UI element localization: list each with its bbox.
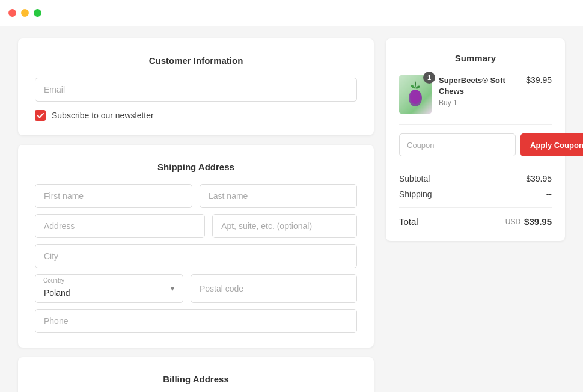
total-row: Total USD $39.95	[399, 216, 552, 227]
svg-point-1	[410, 90, 421, 104]
summary-title: Summary	[399, 53, 552, 63]
country-label: Country	[43, 277, 64, 284]
close-button[interactable]	[8, 9, 16, 17]
country-postal-row: Country Poland United States United King…	[35, 274, 357, 303]
subtotal-row: Subtotal $39.95	[399, 174, 552, 183]
divider-3	[399, 207, 552, 208]
newsletter-checkbox[interactable]	[35, 110, 46, 121]
coupon-row: Apply Coupon ›	[399, 133, 552, 156]
billing-address-title: Billing Address	[35, 374, 357, 384]
divider-1	[399, 124, 552, 125]
total-value: $39.95	[524, 216, 552, 227]
product-price: $39.95	[526, 75, 552, 85]
apply-coupon-button[interactable]: Apply Coupon ›	[520, 133, 583, 156]
newsletter-label: Subscribe to our newsletter	[52, 111, 154, 120]
country-wrapper: Country Poland United States United King…	[35, 274, 183, 303]
minimize-button[interactable]	[21, 9, 29, 17]
apt-field[interactable]	[212, 214, 357, 238]
city-field[interactable]	[35, 244, 357, 268]
product-info: SuperBeets® Soft Chews Buy 1	[439, 75, 519, 107]
divider-2	[399, 165, 552, 165]
shipping-value: --	[546, 189, 552, 199]
address-row	[35, 214, 357, 238]
summary-card: Summary 1	[386, 38, 565, 241]
name-row	[35, 184, 357, 208]
subtotal-label: Subtotal	[399, 174, 430, 183]
address-field[interactable]	[35, 214, 205, 238]
left-column: Customer Information Subscribe to our ne…	[18, 38, 374, 380]
product-row: 1 SuperBeets® Soft Chews Buy 1 $39.95	[399, 75, 552, 114]
product-image-wrap: 1	[399, 75, 432, 114]
customer-information-card: Customer Information Subscribe to our ne…	[18, 38, 374, 135]
postal-code-field[interactable]	[191, 274, 357, 303]
apply-coupon-label: Apply Coupon	[530, 141, 583, 150]
email-field[interactable]	[35, 78, 357, 102]
shipping-label: Shipping	[399, 189, 432, 199]
maximize-button[interactable]	[34, 9, 41, 17]
product-sub: Buy 1	[439, 99, 519, 107]
shipping-address-title: Shipping Address	[35, 162, 357, 172]
product-name: SuperBeets® Soft Chews	[439, 75, 519, 97]
product-quantity-badge: 1	[423, 72, 435, 84]
first-name-field[interactable]	[35, 184, 192, 208]
phone-field[interactable]	[35, 309, 357, 333]
titlebar	[0, 0, 583, 26]
right-column: Summary 1	[386, 38, 565, 380]
last-name-field[interactable]	[200, 184, 357, 208]
subtotal-value: $39.95	[526, 174, 552, 183]
shipping-row: Shipping --	[399, 189, 552, 199]
shipping-address-card: Shipping Address Country Poland United S…	[18, 145, 374, 348]
newsletter-row: Subscribe to our newsletter	[35, 110, 357, 121]
window-controls	[8, 9, 41, 17]
main-content: Customer Information Subscribe to our ne…	[0, 26, 583, 392]
billing-address-card: Billing Address Same as shipping address	[18, 357, 374, 392]
coupon-input[interactable]	[399, 133, 516, 156]
total-label: Total	[399, 216, 418, 227]
customer-info-title: Customer Information	[35, 55, 357, 66]
total-value-group: USD $39.95	[505, 216, 552, 227]
total-currency: USD	[505, 218, 520, 226]
